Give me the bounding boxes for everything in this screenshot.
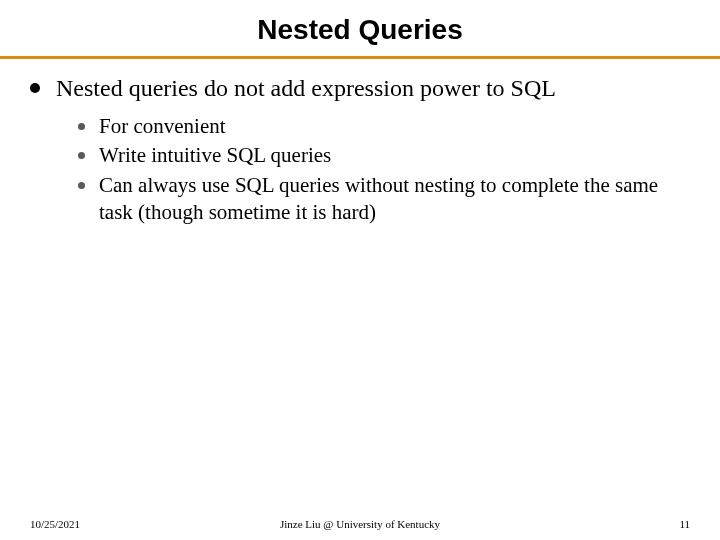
bullet-text: Can always use SQL queries without nesti… [99,172,690,227]
bullet-level2: Write intuitive SQL queries [78,142,690,169]
bullet-text: Write intuitive SQL queries [99,142,690,169]
bullet-level2: Can always use SQL queries without nesti… [78,172,690,227]
bullet-icon [78,123,85,130]
footer-attribution: Jinze Liu @ University of Kentucky [0,518,720,530]
sub-bullets: For convenient Write intuitive SQL queri… [78,113,690,226]
bullet-icon [30,83,40,93]
bullet-icon [78,182,85,189]
slide: Nested Queries Nested queries do not add… [0,0,720,540]
bullet-text: For convenient [99,113,690,140]
bullet-icon [78,152,85,159]
bullet-level1: Nested queries do not add expression pow… [30,73,690,103]
slide-title: Nested Queries [0,0,720,56]
bullet-text: Nested queries do not add expression pow… [56,73,556,103]
slide-footer: 10/25/2021 Jinze Liu @ University of Ken… [0,518,720,530]
title-divider [0,56,720,59]
slide-body: Nested queries do not add expression pow… [0,73,720,226]
bullet-level2: For convenient [78,113,690,140]
